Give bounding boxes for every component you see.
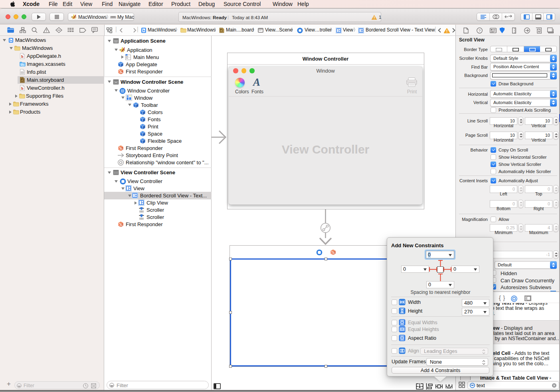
svg-text:h: h (21, 86, 24, 91)
svg-text:h: h (21, 54, 24, 59)
svg-text:?: ? (479, 28, 481, 33)
